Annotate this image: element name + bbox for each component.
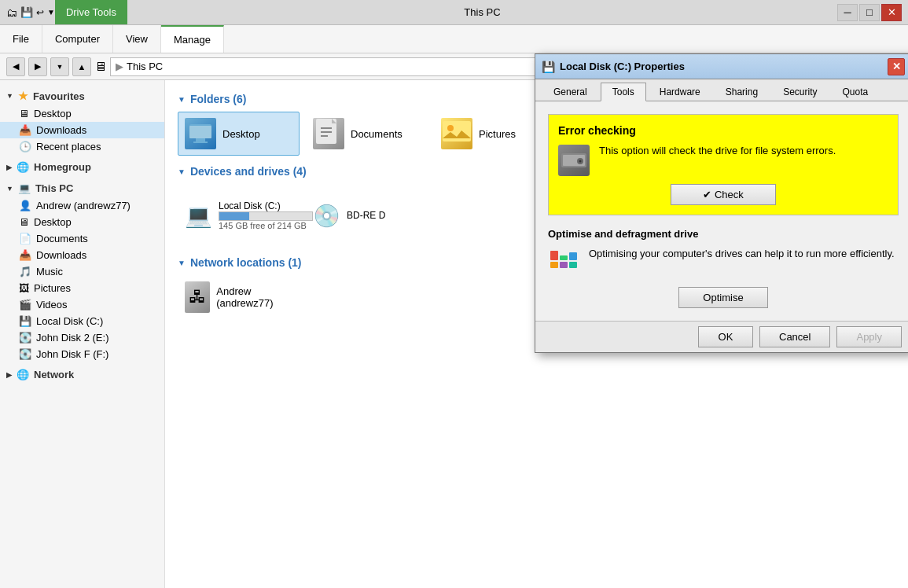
sidebar-item-recent[interactable]: 🕒 Recent places [0, 138, 164, 155]
devices-chevron-icon: ▼ [178, 167, 186, 176]
sidebar-documents-label: Documents [36, 233, 88, 244]
quick-access-icon: 🗂 [6, 6, 17, 19]
network-item-andrew[interactable]: 🖧 Andrew (andrewz77) [178, 275, 300, 319]
sidebar-homegroup-header[interactable]: ▶ 🌐 Homegroup [0, 158, 164, 176]
optimise-button-label: Optimise [703, 292, 743, 303]
optimise-description: Optimising your computer's drives can he… [589, 248, 899, 259]
sidebar-favourites-header: ▼ ★ Favourites [0, 86, 164, 105]
tab-quota[interactable]: Quota [830, 83, 880, 101]
tab-sharing[interactable]: Sharing [714, 83, 770, 101]
tab-security[interactable]: Security [771, 83, 829, 101]
up-button[interactable]: ▲ [72, 57, 91, 76]
error-checking-box: Error checking This option will check th… [548, 114, 899, 215]
sidebar-item-localC[interactable]: 💾 Local Disk (C:) [0, 313, 164, 329]
ok-label: OK [719, 331, 733, 343]
sidebar-videos-label: Videos [36, 299, 68, 311]
svg-point-16 [579, 160, 582, 163]
sidebar-localC-label: Local Disk (C:) [36, 315, 103, 327]
svg-rect-3 [193, 141, 208, 143]
drive-tools-label: Drive Tools [66, 6, 116, 18]
folders-chevron-icon: ▼ [178, 95, 186, 104]
sidebar-thispc-header: ▼ 💻 This PC [0, 179, 164, 197]
sidebar-item-videos[interactable]: 🎬 Videos [0, 296, 164, 313]
tab-hardware-label: Hardware [660, 86, 700, 97]
homegroup-icon: 🌐 [17, 161, 29, 173]
sidebar-item-andrew[interactable]: 👤 Andrew (andrewz77) [0, 197, 164, 214]
dialog-close-button[interactable]: ✕ [888, 58, 905, 75]
close-button[interactable]: ✕ [881, 4, 902, 21]
error-disk-icon [558, 145, 590, 176]
sidebar-downloads2-label: Downloads [36, 249, 86, 261]
folder-icon: 🖥 [94, 60, 107, 74]
optimise-button[interactable]: Optimise [678, 287, 767, 308]
sidebar-item-desktop2[interactable]: 🖥 Desktop [0, 214, 164, 230]
tab-computer[interactable]: Computer [42, 25, 113, 53]
homegroup-label: Homegroup [34, 161, 91, 173]
sidebar-item-diskF[interactable]: 💽 John Disk F (F:) [0, 346, 164, 362]
sidebar-diskF-label: John Disk F (F:) [36, 348, 108, 360]
dialog-title-bar: 💾 Local Disk (C:) Properties ✕ [535, 54, 908, 79]
sidebar-diskE-label: John Disk 2 (E:) [36, 332, 108, 344]
dialog-content: Error checking This option will check th… [535, 101, 908, 321]
folders-title: Folders (6) [190, 93, 247, 105]
sidebar-andrew-label: Andrew (andrewz77) [36, 200, 131, 211]
cancel-label: Cancel [779, 331, 811, 343]
user-icon: 👤 [19, 200, 31, 211]
dropdown-nav-button[interactable]: ▼ [50, 57, 69, 76]
folder-desktop-icon [185, 118, 216, 149]
sidebar-network-header[interactable]: ▶ 🌐 Network [0, 366, 164, 384]
thispc-collapse-icon: ▼ [6, 185, 13, 193]
tab-file-label: File [13, 33, 29, 45]
check-button[interactable]: ✔ Check [671, 184, 775, 205]
sidebar-item-desktop[interactable]: 🖥 Desktop [0, 105, 164, 122]
optimise-title: Optimise and defragment drive [548, 228, 899, 240]
minimize-button[interactable]: ─ [837, 4, 858, 21]
tab-hardware[interactable]: Hardware [648, 83, 712, 101]
thispc-label: This PC [35, 182, 73, 194]
dialog-disk-icon: 💾 [542, 61, 555, 73]
dropdown-arrow-icon[interactable]: ▼ [47, 8, 55, 17]
maximize-button[interactable]: □ [859, 4, 880, 21]
tab-file[interactable]: File [0, 25, 42, 53]
drive-item-C[interactable]: 💻 Local Disk (C:) 145 GB free of 214 GB [178, 184, 300, 247]
sidebar-item-downloads2[interactable]: 📥 Downloads [0, 247, 164, 263]
cancel-button[interactable]: Cancel [759, 326, 830, 347]
ok-button[interactable]: OK [698, 326, 753, 347]
svg-rect-2 [196, 138, 205, 141]
tab-tools[interactable]: Tools [601, 83, 646, 101]
network-label: Network [34, 369, 74, 380]
properties-dialog[interactable]: 💾 Local Disk (C:) Properties ✕ General T… [535, 53, 908, 353]
sidebar-item-music[interactable]: 🎵 Music [0, 263, 164, 280]
documents-icon: 📄 [19, 233, 31, 244]
folder-desktop-label: Desktop [222, 128, 260, 140]
tab-view[interactable]: View [113, 25, 161, 53]
back-button[interactable]: ◀ [6, 57, 25, 76]
sidebar-pictures-label: Pictures [34, 282, 71, 294]
recent-icon: 🕒 [19, 141, 31, 153]
svg-point-9 [447, 125, 454, 131]
drive-bd-icon: 💿 [313, 203, 340, 229]
drive-c-bar [219, 212, 249, 220]
apply-button[interactable]: Apply [836, 326, 902, 347]
tab-computer-label: Computer [55, 33, 100, 45]
address-text: This PC [127, 61, 163, 72]
tab-general[interactable]: General [542, 83, 599, 101]
title-bar: 🗂 💾 ↩ ▼ Drive Tools This PC ─ □ ✕ [0, 0, 908, 25]
folder-item-documents[interactable]: Documents [306, 112, 428, 156]
sidebar-item-pictures[interactable]: 🖼 Pictures [0, 280, 164, 296]
sidebar-item-diskE[interactable]: 💽 John Disk 2 (E:) [0, 329, 164, 346]
collapse-icon: ▼ [6, 92, 13, 100]
drive-c-bar-container [219, 211, 313, 221]
folder-documents-label: Documents [351, 128, 403, 140]
sidebar-item-downloads[interactable]: 📥 Downloads [0, 122, 164, 138]
dialog-footer: OK Cancel Apply [535, 321, 908, 352]
network-title: Network locations (1) [190, 256, 302, 269]
star-icon: ★ [18, 90, 28, 102]
tab-manage[interactable]: Manage [161, 25, 224, 53]
tab-general-label: General [553, 86, 587, 97]
sidebar: ▼ ★ Favourites 🖥 Desktop 📥 Downloads 🕒 R… [0, 80, 165, 588]
sidebar-item-documents[interactable]: 📄 Documents [0, 230, 164, 247]
drive-item-BD[interactable]: 💿 BD-RE D [306, 184, 428, 247]
forward-button[interactable]: ▶ [28, 57, 47, 76]
folder-item-desktop[interactable]: Desktop [178, 112, 300, 156]
